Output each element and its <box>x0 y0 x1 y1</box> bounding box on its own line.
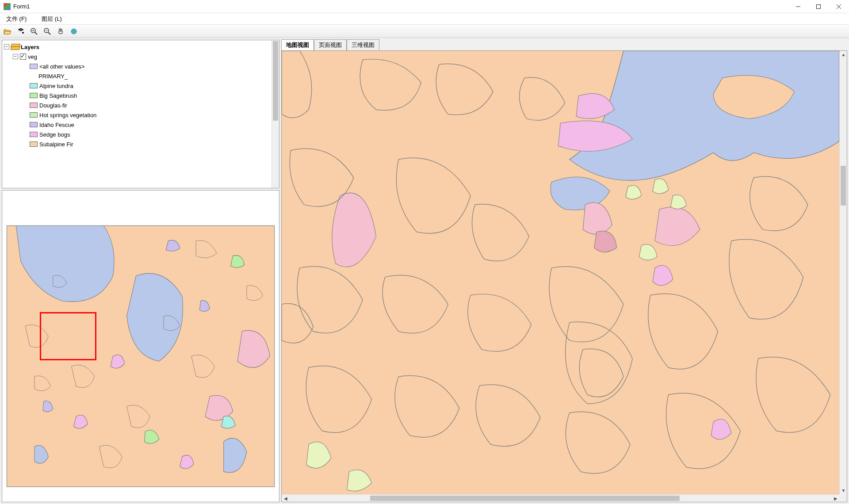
window-title: Form1 <box>13 3 30 10</box>
titlebar-left: Form1 <box>4 3 30 10</box>
zoom-in-button[interactable] <box>29 27 39 36</box>
tab-3d-view[interactable]: 三维视图 <box>347 39 379 51</box>
toc-class-label: Big Sagebrush <box>39 92 77 99</box>
collapse-icon[interactable]: − <box>13 54 18 59</box>
menu-file[interactable]: 文件 (F) <box>3 14 30 24</box>
toc-all-other[interactable]: <all other values> <box>3 61 271 71</box>
scroll-left-icon[interactable]: ◀ <box>282 495 289 502</box>
right-column: 地图视图 页面视图 三维视图 <box>281 40 847 502</box>
maximize-button[interactable] <box>808 0 829 13</box>
svg-line-11 <box>48 32 50 34</box>
toc-root-label: Layers <box>21 44 39 50</box>
toc-class-label: Idaho Fescue <box>39 122 74 128</box>
swatch-idaho-fescue <box>30 122 38 127</box>
scrollbar-thumb[interactable] <box>273 41 278 121</box>
toc-panel: − Layers − veg <all other values> PRIMAR… <box>2 40 279 188</box>
swatch-all-other <box>30 64 38 69</box>
toolbar <box>0 25 849 38</box>
toc-class-6[interactable]: Subalpine Fir <box>3 139 271 149</box>
swatch-douglas-fir <box>30 103 38 108</box>
toc-class-0[interactable]: Alpine tundra <box>3 81 271 91</box>
view-tabs: 地图视图 页面视图 三维视图 <box>281 40 847 50</box>
scroll-up-icon[interactable]: ▲ <box>840 51 847 58</box>
zoom-out-icon <box>44 28 51 35</box>
close-button[interactable] <box>829 0 849 13</box>
overview-panel[interactable] <box>2 190 279 502</box>
swatch-big-sagebrush <box>30 93 38 98</box>
toc-class-1[interactable]: Big Sagebrush <box>3 91 271 100</box>
toc-root[interactable]: − Layers <box>3 42 271 52</box>
full-extent-button[interactable] <box>69 27 79 36</box>
toc-all-other-label: <all other values> <box>39 63 85 70</box>
toc-class-label: Douglas-fir <box>39 102 67 109</box>
app-icon <box>4 3 11 10</box>
toc-field-label: PRIMARY_ <box>38 73 68 80</box>
menu-layer[interactable]: 图层 (L) <box>38 14 65 24</box>
toc-class-label: Sedge bogs <box>39 131 70 138</box>
pan-icon <box>57 28 64 35</box>
layer-visibility-checkbox[interactable] <box>20 53 26 60</box>
tab-page-view[interactable]: 页面视图 <box>314 39 347 51</box>
toc-class-label: Alpine tundra <box>39 83 73 89</box>
open-icon <box>4 28 11 35</box>
layers-icon <box>11 44 19 50</box>
svg-line-7 <box>35 32 37 34</box>
swatch-alpine-tundra <box>30 83 38 88</box>
scroll-right-icon[interactable]: ▶ <box>832 495 839 502</box>
swatch-sedge-bogs <box>30 132 38 137</box>
toc-class-3[interactable]: Hot springs vegetation <box>3 110 271 120</box>
workspace: − Layers − veg <all other values> PRIMAR… <box>0 38 849 504</box>
menubar: 文件 (F) 图层 (L) <box>0 13 849 25</box>
add-icon <box>17 28 24 35</box>
toc-scrollbar[interactable] <box>272 40 279 188</box>
toc-class-label: Subalpine Fir <box>39 141 73 148</box>
map-horizontal-scrollbar[interactable]: ◀ ▶ <box>282 494 839 502</box>
tab-map-view[interactable]: 地图视图 <box>281 39 314 51</box>
zoom-in-icon <box>31 28 38 35</box>
toc-class-4[interactable]: Idaho Fescue <box>3 120 271 130</box>
overview-map-icon <box>2 191 279 502</box>
toc-layer-veg[interactable]: − veg <box>3 52 271 61</box>
toc-layer-label: veg <box>28 53 37 60</box>
toc-tree[interactable]: − Layers − veg <all other values> PRIMAR… <box>2 40 272 188</box>
open-button[interactable] <box>3 27 12 36</box>
scroll-down-icon[interactable]: ▼ <box>840 487 847 494</box>
toc-class-2[interactable]: Douglas-fir <box>3 100 271 110</box>
map-vertical-scrollbar[interactable]: ▲ ▼ <box>839 51 847 494</box>
left-column: − Layers − veg <all other values> PRIMAR… <box>2 40 279 502</box>
pan-button[interactable] <box>56 27 65 36</box>
swatch-hot-springs <box>30 112 38 118</box>
scrollbar-thumb[interactable] <box>841 166 846 206</box>
titlebar: Form1 <box>0 0 849 13</box>
map-view-panel[interactable]: ▲ ▼ ◀ ▶ <box>281 50 847 502</box>
toc-field-name: PRIMARY_ <box>3 71 271 81</box>
collapse-icon[interactable]: − <box>4 44 9 50</box>
minimize-button[interactable] <box>788 0 808 13</box>
toc-class-5[interactable]: Sedge bogs <box>3 130 271 139</box>
add-data-button[interactable] <box>16 27 26 36</box>
svg-rect-1 <box>817 4 821 8</box>
swatch-subalpine-fir <box>30 141 38 147</box>
toc-class-label: Hot springs vegetation <box>39 112 96 118</box>
full-extent-icon <box>70 28 77 35</box>
scrollbar-thumb[interactable] <box>370 496 680 501</box>
window-controls <box>788 0 849 13</box>
scroll-corner <box>839 494 847 502</box>
map-canvas-icon <box>282 51 839 494</box>
zoom-out-button[interactable] <box>42 27 52 36</box>
